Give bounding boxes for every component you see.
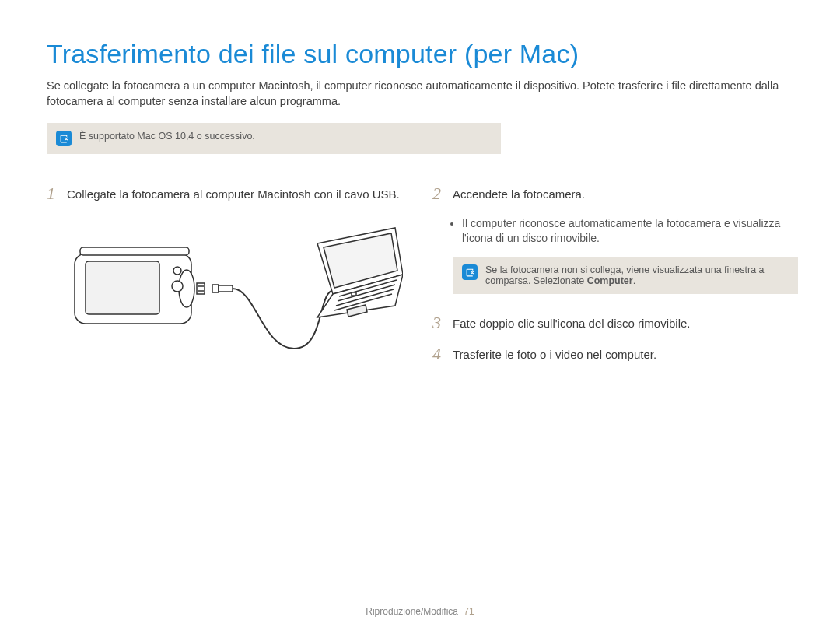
- svg-rect-21: [352, 292, 356, 296]
- top-note-text: È supportato Mac OS 10,4 o successivo.: [79, 131, 255, 142]
- right-note-text: Se la fotocamera non si collega, viene v…: [485, 264, 789, 286]
- footer-section: Riproduzione/Modifica: [366, 606, 458, 617]
- step-number: 2: [432, 185, 445, 202]
- camera-laptop-illustration: [61, 216, 403, 356]
- svg-rect-1: [86, 261, 159, 314]
- right-note-bold: Computer: [587, 275, 633, 286]
- step-2: 2 Accendete la fotocamera.: [432, 185, 798, 202]
- page-footer: Riproduzione/Modifica 71: [0, 606, 840, 617]
- svg-rect-9: [212, 285, 219, 292]
- right-note-box: Se la fotocamera non si collega, viene v…: [453, 257, 798, 294]
- step-4: 4 Trasferite le foto o i video nel compu…: [432, 345, 798, 363]
- svg-rect-6: [197, 283, 205, 294]
- step-number: 4: [432, 345, 445, 363]
- step-2-bullets: Il computer riconosce automaticamente la…: [462, 216, 798, 246]
- top-note-box: È supportato Mac OS 10,4 o successivo.: [47, 123, 501, 154]
- svg-rect-10: [219, 285, 233, 292]
- step-number: 3: [432, 314, 445, 331]
- manual-page: Trasferimento dei file sul computer (per…: [0, 0, 840, 634]
- step-text: Collegate la fotocamera al computer Maci…: [67, 185, 400, 202]
- column-left: 1 Collegate la fotocamera al computer Ma…: [47, 185, 403, 377]
- content-columns: 1 Collegate la fotocamera al computer Ma…: [47, 185, 793, 377]
- intro-paragraph: Se collegate la fotocamera a un computer…: [47, 79, 793, 109]
- step-text: Accendete la fotocamera.: [453, 185, 585, 202]
- step-1: 1 Collegate la fotocamera al computer Ma…: [47, 185, 403, 202]
- step-text: Trasferite le foto o i video nel compute…: [453, 345, 656, 363]
- connection-diagram: [61, 216, 403, 359]
- svg-rect-3: [80, 247, 189, 255]
- step-text: Fate doppio clic sull'icona del disco ri…: [453, 314, 691, 331]
- right-note-part-c: .: [633, 275, 635, 286]
- note-icon: [56, 131, 72, 146]
- step-3: 3 Fate doppio clic sull'icona del disco …: [432, 314, 798, 331]
- svg-point-4: [173, 267, 181, 275]
- step-2-bullet: Il computer riconosce automaticamente la…: [462, 216, 798, 246]
- column-right: 2 Accendete la fotocamera. Il computer r…: [432, 185, 798, 377]
- note-icon: [462, 264, 478, 280]
- svg-point-5: [172, 281, 183, 292]
- footer-page-number: 71: [464, 606, 474, 617]
- step-number: 1: [47, 185, 59, 202]
- page-title: Trasferimento dei file sul computer (per…: [47, 39, 793, 69]
